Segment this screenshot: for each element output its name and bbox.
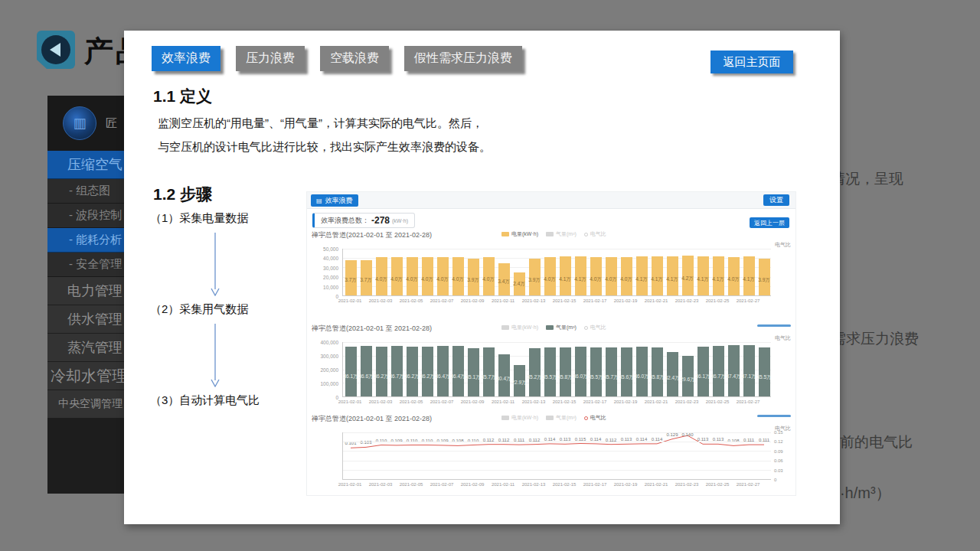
bar: 3.9万 xyxy=(468,259,479,295)
bar: 4.1万 xyxy=(652,256,663,295)
tab[interactable]: 压力浪费 xyxy=(236,46,305,71)
x-tick-label: 2021-02-21 xyxy=(645,399,668,404)
legend-label: 气量(m³) xyxy=(556,414,577,422)
bar-label: 3.9万 xyxy=(527,277,543,284)
bar-label: 32.4万 xyxy=(665,375,681,382)
tab-bar: 效率浪费压力浪费空载浪费假性需求压力浪费 xyxy=(152,46,522,71)
legend-label: 电量(kW·h) xyxy=(511,230,538,238)
legend-swatch xyxy=(501,232,509,236)
steps-heading: 1.2 步骤 xyxy=(153,184,212,205)
sidebar-item[interactable]: 压缩空气 xyxy=(47,151,124,179)
bar: 36.7万 xyxy=(391,346,403,396)
bar-label: 36.2万 xyxy=(404,373,420,380)
chart-legend: 电量(kW·h)气量(m³)电气比 xyxy=(501,414,606,422)
legend-item[interactable]: 气量(m³) xyxy=(546,414,577,422)
scrollbar-indicator[interactable] xyxy=(757,324,791,327)
back-upper-button[interactable]: 返回上一层 xyxy=(750,217,789,228)
legend-swatch xyxy=(501,325,509,330)
bar: 30.4万 xyxy=(498,354,510,396)
sidebar-item[interactable]: - 波段控制 xyxy=(47,204,124,228)
x-tick-label: 2021-02-23 xyxy=(675,482,699,487)
bg-text-1: 情况，呈现 xyxy=(831,169,903,189)
bar: 35.8万 xyxy=(652,347,663,396)
x-axis-labels: 2021-02-012021-02-032021-02-052021-02-07… xyxy=(342,397,771,405)
sidebar-menu: 压缩空气- 组态图- 波段控制- 能耗分析- 安全管理电力管理供水管理蒸汽管理冷… xyxy=(47,151,124,419)
svg-text:0.114: 0.114 xyxy=(652,437,663,442)
bar-label: 3.9万 xyxy=(756,277,773,284)
definition-heading: 1.1 定义 xyxy=(153,86,212,107)
bar: 4.2万 xyxy=(682,256,694,295)
chart-plot: 0.1010.1030.1100.1090.1100.1100.1090.108… xyxy=(342,432,771,480)
bar: 35.7万 xyxy=(483,347,495,396)
bar-label: 36.2万 xyxy=(420,373,436,380)
bar-label: 4.0万 xyxy=(374,276,390,283)
right-axis-label: 电气比 xyxy=(775,334,791,342)
bar-label: 35.5万 xyxy=(588,374,604,381)
legend-item[interactable]: 电量(kW·h) xyxy=(501,324,538,331)
legend-item[interactable]: 气量(m³) xyxy=(546,230,577,238)
tab[interactable]: 假性需求压力浪费 xyxy=(404,46,522,71)
x-tick-label: 2021-02-15 xyxy=(553,482,577,487)
brand-logo-icon: ▥ xyxy=(63,106,96,140)
bar: 4.0万 xyxy=(590,257,602,295)
sidebar-item[interactable]: 冷却水管理 xyxy=(47,362,124,390)
bar: 36.0万 xyxy=(575,347,586,396)
legend-item[interactable]: 电量(kW·h) xyxy=(501,230,538,238)
scrollbar-indicator[interactable] xyxy=(757,415,791,417)
settings-button[interactable]: 设置 xyxy=(763,194,789,206)
bar-label: 3.4万 xyxy=(496,279,512,285)
bar: 37.1万 xyxy=(743,345,755,396)
x-tick-label: 2021-02-15 xyxy=(553,298,577,303)
bar: 36.2万 xyxy=(407,347,418,396)
summary-label: 效率浪费总数： xyxy=(321,216,369,226)
sidebar-item[interactable]: - 组态图 xyxy=(47,179,124,204)
panel-title-button[interactable]: ▤ 效率浪费 xyxy=(311,194,358,207)
bar: 4.0万 xyxy=(606,257,617,295)
x-tick-label: 2021-02-05 xyxy=(400,482,423,487)
x-tick-label: 2021-02-05 xyxy=(400,399,423,404)
back-arrow-icon[interactable] xyxy=(37,31,75,69)
legend-item[interactable]: 电量(kW·h) xyxy=(501,414,538,422)
sidebar-item[interactable]: - 安全管理 xyxy=(47,253,124,277)
sidebar-item[interactable]: 电力管理 xyxy=(47,277,124,305)
tab[interactable]: 效率浪费 xyxy=(152,46,220,71)
bar-label: 4.1万 xyxy=(665,276,681,283)
legend-swatch xyxy=(546,325,554,330)
chart-legend: 电量(kW·h)气量(m³)电气比 xyxy=(501,230,606,238)
legend-item[interactable]: 电气比 xyxy=(584,230,606,238)
legend-item[interactable]: 气量(m³) xyxy=(546,324,577,331)
bar: 22.9万 xyxy=(514,365,525,396)
bar: 35.1万 xyxy=(468,348,479,396)
right-axis-label: 电气比 xyxy=(775,241,791,249)
steps-flow: （1）采集电量数据（2）采集用气数据（3）自动计算电气比 xyxy=(150,211,296,408)
legend-circle-icon xyxy=(584,416,588,420)
legend-label: 电气比 xyxy=(590,324,606,331)
bar: 2.4万 xyxy=(514,272,525,295)
legend-item[interactable]: 电气比 xyxy=(584,414,606,422)
right-axis xyxy=(771,249,792,296)
sidebar-item[interactable]: 中央空调管理 xyxy=(47,390,124,419)
bar: 35.2万 xyxy=(529,348,541,396)
tab[interactable]: 空载浪费 xyxy=(320,46,389,71)
right-axis xyxy=(771,342,792,397)
sidebar-item[interactable]: 蒸汽管理 xyxy=(47,334,124,362)
screenshot-panel: ▤ 效率浪费 设置 效率浪费总数： -278 (kW·h) 返回上一层 禅宇总管… xyxy=(306,191,796,496)
return-main-button[interactable]: 返回主页面 xyxy=(710,51,793,73)
panel-header: ▤ 效率浪费 设置 xyxy=(307,192,795,209)
bar-label: 36.4万 xyxy=(450,373,466,380)
x-tick-label: 2021-02-07 xyxy=(430,298,454,303)
bar: 36.1万 xyxy=(345,347,357,396)
legend-item[interactable]: 电气比 xyxy=(584,324,606,331)
y-axis: 50,00040,00030,00020,00010,0000 xyxy=(312,249,342,296)
legend-swatch xyxy=(546,416,554,420)
sidebar-item[interactable]: 供水管理 xyxy=(47,305,124,334)
bar-label: 35.7万 xyxy=(603,374,619,381)
bar: 37.4万 xyxy=(728,345,740,396)
sidebar-item[interactable]: - 能耗分析 xyxy=(47,228,124,253)
bar-label: 35.7万 xyxy=(481,374,497,381)
bar: 3.9万 xyxy=(529,259,541,295)
bar: 35.6万 xyxy=(621,347,632,396)
bar: 35.5万 xyxy=(590,347,602,396)
x-tick-label: 2021-02-17 xyxy=(583,298,607,303)
ratio-line-svg: 0.1010.1030.1100.1090.1100.1100.1090.108… xyxy=(343,432,772,480)
